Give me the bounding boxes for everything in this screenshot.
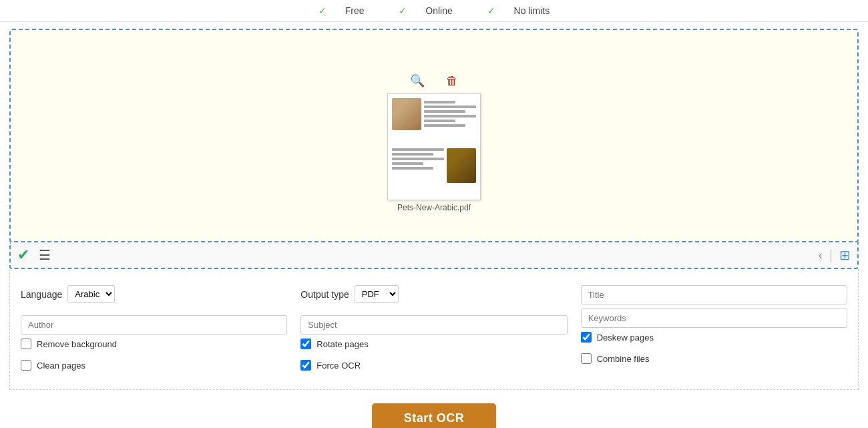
pdf-thumb-content — [388, 94, 480, 200]
free-check: ✓ Free — [310, 5, 375, 16]
rotate-pages-row: Rotate pages — [300, 339, 567, 349]
output-label: Output type — [300, 289, 349, 300]
column-1: Language Arabic Remove background Clean … — [21, 285, 287, 377]
text-line — [424, 120, 455, 122]
language-label: Language — [21, 289, 62, 300]
column-2: Output type PDF Word Excel Text Rotate p… — [300, 285, 567, 377]
file-name: Pets-New-Arabic.pdf — [397, 203, 471, 212]
force-ocr-checkbox[interactable] — [300, 360, 311, 371]
deskew-pages-checkbox[interactable] — [581, 332, 592, 343]
combine-files-label[interactable]: Combine files — [597, 354, 650, 364]
text-line — [392, 158, 444, 160]
toolbar-right: ‹ | ⊞ — [819, 247, 851, 263]
zoom-button[interactable]: 🔍 — [406, 72, 429, 89]
start-ocr-button[interactable]: Start OCR — [372, 403, 497, 428]
text-lines-top — [424, 98, 476, 146]
output-row: Output type PDF Word Excel Text — [300, 285, 567, 303]
pdf-thumb-bottom — [392, 148, 476, 196]
text-line — [424, 105, 476, 108]
force-ocr-label[interactable]: Force OCR — [316, 361, 361, 371]
text-line — [424, 110, 465, 113]
clean-pages-row: Clean pages — [21, 360, 287, 371]
options-area: Language Arabic Remove background Clean … — [9, 269, 859, 390]
text-line — [392, 153, 433, 156]
shield-icon[interactable]: ✔ — [17, 246, 29, 264]
drop-zone[interactable]: 🔍 🗑 — [9, 29, 859, 242]
main-container: 🔍 🗑 — [0, 22, 868, 428]
online-check: ✓ Online — [391, 5, 463, 16]
cat-image-2 — [447, 148, 476, 183]
output-select[interactable]: PDF Word Excel Text — [355, 285, 399, 303]
separator: | — [829, 248, 833, 263]
toolbar-left: ✔ ☰ — [17, 246, 51, 264]
text-line — [392, 167, 433, 170]
add-file-icon[interactable]: ⊞ — [839, 247, 851, 263]
remove-background-row: Remove background — [21, 339, 287, 349]
text-line — [392, 148, 444, 151]
file-preview: 🔍 🗑 — [387, 72, 481, 212]
remove-background-label[interactable]: Remove background — [37, 339, 117, 349]
text-line — [424, 124, 465, 127]
pdf-thumbnail — [387, 93, 481, 200]
author-field[interactable] — [21, 315, 287, 335]
language-select[interactable]: Arabic — [67, 285, 115, 303]
language-row: Language Arabic — [21, 285, 287, 303]
rotate-pages-checkbox[interactable] — [300, 339, 311, 349]
text-line — [424, 115, 476, 118]
clean-pages-label[interactable]: Clean pages — [37, 361, 85, 371]
text-line — [424, 101, 455, 103]
combine-files-row: Combine files — [581, 353, 847, 364]
top-bar: ✓ Free ✓ Online ✓ No limits — [0, 0, 868, 22]
delete-button[interactable]: 🗑 — [442, 72, 462, 89]
force-ocr-row: Force OCR — [300, 360, 567, 371]
cat-image-1 — [392, 98, 421, 130]
deskew-pages-row: Deskew pages — [581, 332, 847, 343]
subject-field[interactable] — [300, 315, 567, 335]
text-line — [392, 162, 423, 165]
file-actions: 🔍 🗑 — [406, 72, 462, 89]
nolimits-check: ✓ No limits — [479, 5, 558, 16]
bottom-toolbar: ✔ ☰ ‹ | ⊞ — [9, 242, 859, 269]
options-grid: Language Arabic Remove background Clean … — [21, 285, 847, 377]
pdf-thumb-top — [392, 98, 476, 146]
column-3: Deskew pages Combine files — [581, 285, 847, 377]
deskew-pages-label[interactable]: Deskew pages — [597, 333, 654, 343]
start-btn-wrap: Start OCR — [9, 403, 859, 428]
arrow-left-icon[interactable]: ‹ — [819, 248, 823, 262]
clean-pages-checkbox[interactable] — [21, 360, 31, 371]
remove-background-checkbox[interactable] — [21, 339, 31, 349]
rotate-pages-label[interactable]: Rotate pages — [316, 339, 368, 349]
list-icon[interactable]: ☰ — [39, 247, 51, 263]
combine-files-checkbox[interactable] — [581, 353, 592, 364]
text-lines-bottom — [392, 148, 444, 170]
keywords-field[interactable] — [581, 308, 847, 328]
title-field[interactable] — [581, 285, 847, 304]
